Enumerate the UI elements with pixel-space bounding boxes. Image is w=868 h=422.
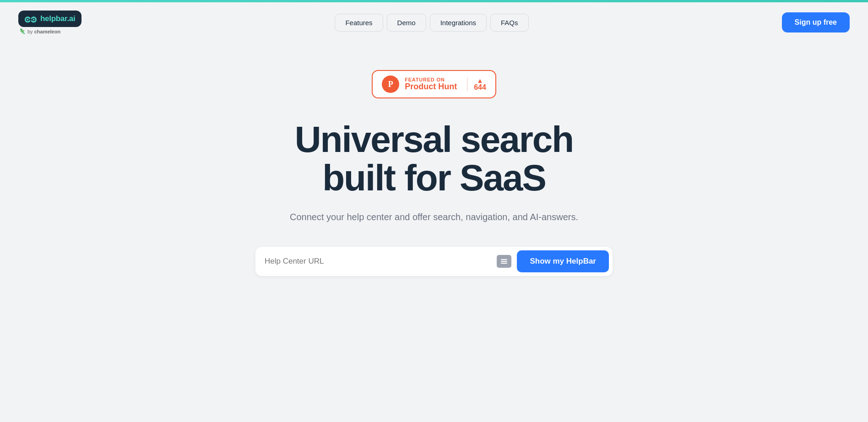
ph-votes: ▲ 644	[467, 77, 486, 91]
nav-links: Features Demo Integrations FAQs	[335, 14, 528, 32]
chameleon-icon: 🦎	[19, 28, 26, 34]
nav-link-features[interactable]: Features	[335, 14, 383, 32]
by-chameleon-text: by chameleon	[27, 29, 60, 34]
logo-icon	[25, 14, 37, 23]
signup-button[interactable]: Sign up free	[782, 12, 850, 32]
help-center-url-input[interactable]	[265, 252, 497, 271]
ph-name: Product Hunt	[405, 82, 457, 92]
ph-text-wrap: FEATURED ON Product Hunt	[405, 77, 457, 92]
hero-subtitle: Connect your help center and offer searc…	[290, 210, 578, 224]
cta-row: Show my HelpBar	[255, 247, 613, 276]
svg-rect-2	[29, 19, 32, 21]
logo-box: helpbar.ai	[18, 11, 81, 27]
svg-point-6	[33, 19, 35, 21]
show-helpbar-button[interactable]: Show my HelpBar	[517, 250, 609, 272]
logo-by-chameleon: 🦎 by chameleon	[18, 28, 60, 34]
logo-wrap: helpbar.ai 🦎 by chameleon	[18, 11, 81, 34]
hero-title: Universal search built for SaaS	[295, 120, 573, 197]
ph-icon: P	[382, 76, 399, 93]
nav-link-faqs[interactable]: FAQs	[490, 14, 529, 32]
product-hunt-badge[interactable]: P FEATURED ON Product Hunt ▲ 644	[372, 70, 496, 98]
hero-section: P FEATURED ON Product Hunt ▲ 644 Univers…	[0, 43, 868, 313]
navbar: helpbar.ai 🦎 by chameleon Features Demo …	[0, 2, 868, 43]
ph-upvote-arrow: ▲	[477, 77, 483, 84]
nav-link-demo[interactable]: Demo	[387, 14, 426, 32]
logo-text: helpbar.ai	[40, 14, 75, 23]
ph-vote-count: 644	[474, 84, 486, 91]
svg-point-5	[27, 19, 29, 21]
url-icon	[497, 255, 511, 268]
nav-link-integrations[interactable]: Integrations	[430, 14, 487, 32]
